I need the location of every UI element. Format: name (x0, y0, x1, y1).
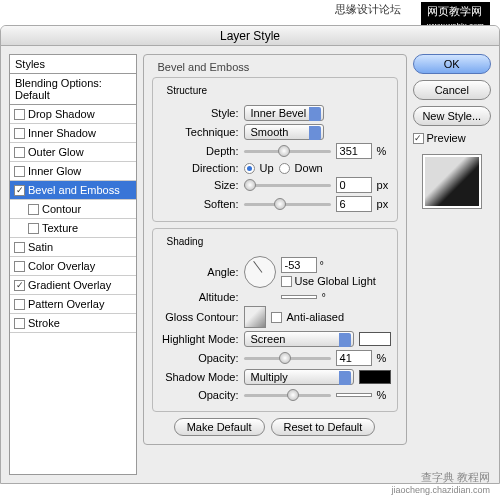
style-checkbox[interactable] (14, 109, 25, 120)
style-item-label: Pattern Overlay (28, 298, 104, 310)
blending-options[interactable]: Blending Options: Default (9, 74, 137, 105)
soften-unit: px (377, 198, 391, 210)
style-item-satin[interactable]: Satin (10, 238, 136, 257)
style-checkbox[interactable] (14, 185, 25, 196)
anti-aliased-checkbox[interactable] (271, 312, 282, 323)
style-item-drop-shadow[interactable]: Drop Shadow (10, 105, 136, 124)
size-input[interactable]: 0 (336, 177, 372, 193)
gloss-label: Gloss Contour: (159, 311, 239, 323)
angle-label: Angle: (159, 266, 239, 278)
style-item-label: Stroke (28, 317, 60, 329)
style-item-texture[interactable]: Texture (10, 219, 136, 238)
technique-select[interactable]: Smooth (244, 124, 324, 140)
dialog-title: Layer Style (1, 26, 499, 46)
highlight-opacity-slider[interactable] (244, 351, 331, 365)
style-item-label: Bevel and Emboss (28, 184, 120, 196)
style-item-bevel-and-emboss[interactable]: Bevel and Emboss (10, 181, 136, 200)
global-light-checkbox[interactable] (281, 276, 292, 287)
styles-sidebar: Styles Blending Options: Default Drop Sh… (9, 54, 137, 475)
style-checkbox[interactable] (28, 204, 39, 215)
gloss-contour-picker[interactable] (244, 306, 266, 328)
size-slider[interactable] (244, 178, 331, 192)
highlight-mode-select[interactable]: Screen (244, 331, 354, 347)
depth-unit: % (377, 145, 391, 157)
angle-input[interactable]: -53 (281, 257, 317, 273)
style-select[interactable]: Inner Bevel (244, 105, 324, 121)
highlight-mode-label: Highlight Mode: (159, 333, 239, 345)
dialog-buttons: OK Cancel New Style... Preview (413, 54, 491, 475)
panel-title: Bevel and Emboss (154, 61, 254, 73)
reset-default-button[interactable]: Reset to Default (271, 418, 376, 436)
style-item-gradient-overlay[interactable]: Gradient Overlay (10, 276, 136, 295)
style-item-label: Satin (28, 241, 53, 253)
style-checkbox[interactable] (28, 223, 39, 234)
style-checkbox[interactable] (14, 242, 25, 253)
effect-panel: Bevel and Emboss Structure Style: Inner … (143, 54, 407, 475)
style-item-inner-glow[interactable]: Inner Glow (10, 162, 136, 181)
style-label: Style: (159, 107, 239, 119)
style-item-pattern-overlay[interactable]: Pattern Overlay (10, 295, 136, 314)
style-item-label: Outer Glow (28, 146, 84, 158)
style-checkbox[interactable] (14, 128, 25, 139)
footer-watermark: 查字典 教程网 jiaocheng.chazidian.com (391, 470, 490, 495)
style-checkbox[interactable] (14, 261, 25, 272)
shadow-opacity-input[interactable] (336, 393, 372, 397)
style-checkbox[interactable] (14, 147, 25, 158)
anti-aliased-label: Anti-aliased (287, 311, 344, 323)
make-default-button[interactable]: Make Default (174, 418, 265, 436)
style-item-outer-glow[interactable]: Outer Glow (10, 143, 136, 162)
style-checkbox[interactable] (14, 299, 25, 310)
direction-down-radio[interactable] (279, 163, 290, 174)
ok-button[interactable]: OK (413, 54, 491, 74)
style-checkbox[interactable] (14, 280, 25, 291)
style-item-label: Gradient Overlay (28, 279, 111, 291)
direction-up-radio[interactable] (244, 163, 255, 174)
shadow-color-swatch[interactable] (359, 370, 391, 384)
angle-wheel[interactable] (244, 256, 276, 288)
soften-label: Soften: (159, 198, 239, 210)
altitude-label: Altitude: (159, 291, 239, 303)
direction-down-label: Down (295, 162, 323, 174)
style-checkbox[interactable] (14, 166, 25, 177)
layer-style-dialog: Layer Style Styles Blending Options: Def… (0, 25, 500, 484)
style-item-label: Inner Shadow (28, 127, 96, 139)
opacity-unit: % (377, 352, 391, 364)
size-label: Size: (159, 179, 239, 191)
style-item-stroke[interactable]: Stroke (10, 314, 136, 333)
preview-checkbox[interactable] (413, 133, 424, 144)
new-style-button[interactable]: New Style... (413, 106, 491, 126)
depth-label: Depth: (159, 145, 239, 157)
style-item-label: Inner Glow (28, 165, 81, 177)
altitude-input[interactable] (281, 295, 317, 299)
styles-header[interactable]: Styles (9, 54, 137, 74)
direction-label: Direction: (159, 162, 239, 174)
style-checkbox[interactable] (14, 318, 25, 329)
style-item-inner-shadow[interactable]: Inner Shadow (10, 124, 136, 143)
technique-label: Technique: (159, 126, 239, 138)
shadow-mode-select[interactable]: Multiply (244, 369, 354, 385)
shadow-opacity-slider[interactable] (244, 388, 331, 402)
global-light-label: Use Global Light (295, 275, 376, 287)
cancel-button[interactable]: Cancel (413, 80, 491, 100)
soften-slider[interactable] (244, 197, 331, 211)
style-item-label: Texture (42, 222, 78, 234)
highlight-color-swatch[interactable] (359, 332, 391, 346)
style-item-color-overlay[interactable]: Color Overlay (10, 257, 136, 276)
shadow-mode-label: Shadow Mode: (159, 371, 239, 383)
structure-title: Structure (163, 85, 212, 96)
style-item-label: Drop Shadow (28, 108, 95, 120)
shading-title: Shading (163, 236, 208, 247)
size-unit: px (377, 179, 391, 191)
style-item-label: Color Overlay (28, 260, 95, 272)
depth-input[interactable]: 351 (336, 143, 372, 159)
style-item-contour[interactable]: Contour (10, 200, 136, 219)
direction-up-label: Up (260, 162, 274, 174)
shadow-opacity-label: Opacity: (159, 389, 239, 401)
highlight-opacity-input[interactable]: 41 (336, 350, 372, 366)
altitude-unit: ° (322, 291, 326, 303)
opacity-unit-2: % (377, 389, 391, 401)
angle-unit: ° (320, 259, 324, 271)
depth-slider[interactable] (244, 144, 331, 158)
preview-thumbnail (422, 154, 482, 209)
soften-input[interactable]: 6 (336, 196, 372, 212)
